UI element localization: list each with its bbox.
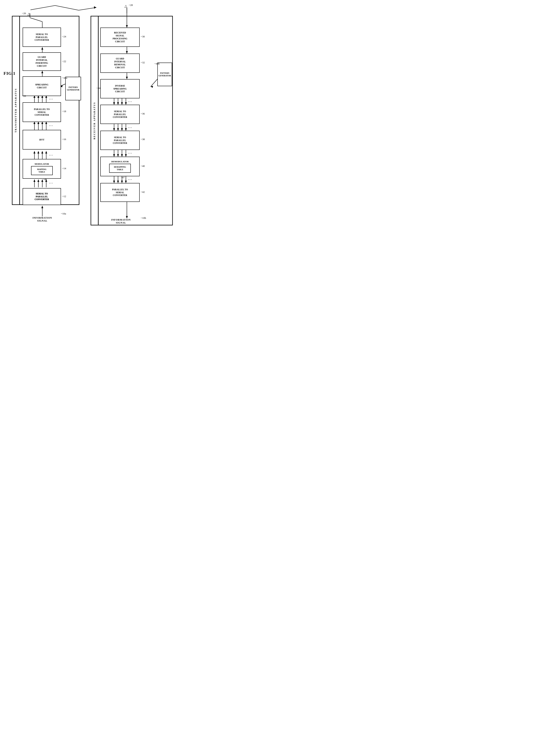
tx-antenna: △ — [27, 12, 30, 16]
svg-marker-77 — [125, 128, 127, 131]
svg-marker-23 — [37, 151, 39, 154]
svg-marker-10 — [41, 206, 43, 208]
tx-ref-12: ~12 — [62, 195, 66, 198]
svg-marker-48 — [41, 71, 43, 73]
svg-marker-73 — [117, 128, 119, 131]
svg-marker-12 — [34, 179, 35, 182]
svg-marker-93 — [121, 181, 123, 183]
parallel-to-serial-block: PARALLEL TO SERIAL CONVERTER — [23, 102, 61, 122]
rx-ref-38: ~38 — [141, 138, 145, 141]
svg-marker-25 — [41, 151, 43, 154]
svg-marker-91 — [117, 181, 119, 183]
inverse-spreading-block: INVERSE SPREADING CIRCUIT — [100, 79, 140, 98]
svg-marker-62 — [113, 102, 115, 105]
rx-antenna-ref: ~28 — [129, 3, 133, 7]
parallel-to-serial-rx-block: PARALLEL TO SERIAL CONVERTER — [100, 183, 140, 202]
svg-text:. . .: . . . — [128, 178, 132, 180]
fft-block: SERIAL TO PARALLEL CONVERTER — [100, 131, 140, 150]
svg-marker-68 — [125, 102, 127, 105]
svg-marker-95 — [125, 181, 127, 183]
svg-marker-82 — [117, 154, 119, 157]
rx-ref-36: ~36 — [141, 112, 145, 115]
svg-marker-56 — [126, 25, 128, 27]
rx-antenna: △ — [124, 4, 127, 8]
serial-to-parallel-tx-text: SERIAL TO PARALLEL CONVERTER — [23, 188, 61, 205]
transmitter-label: TRANSMITTER APPARATUS — [12, 16, 20, 205]
pattern-gen-rx-block: PATTERN GENERATOR — [157, 63, 172, 86]
svg-text:. . .: . . . — [49, 153, 53, 156]
svg-marker-71 — [113, 128, 115, 131]
mapping-table-block: MAPPING TABLE — [31, 166, 53, 175]
rx-ref-30: ~30 — [141, 35, 145, 38]
page: FIG.1 . . . — [0, 0, 177, 236]
svg-marker-27 — [45, 151, 47, 154]
svg-text:. . .: . . . — [49, 123, 53, 126]
rx-ref-42: ~42 — [141, 191, 145, 194]
rx-ref-44b: ~44b — [155, 62, 160, 65]
tx-ref-16: ~16 — [62, 138, 66, 141]
tx-ref-22: ~22 — [62, 60, 66, 63]
svg-marker-89 — [113, 181, 115, 183]
rx-info-signal: INFORMATION SIGNAL — [109, 218, 133, 224]
tx-ref-46: ~46 — [43, 178, 47, 181]
svg-marker-86 — [125, 154, 127, 157]
ifft-block: IFFT — [23, 130, 61, 150]
svg-text:. . .: . . . — [49, 181, 53, 184]
svg-marker-84 — [121, 154, 123, 157]
svg-marker-100 — [151, 86, 153, 88]
svg-text:. . .: . . . — [128, 100, 132, 102]
pattern-gen-tx-block: PATTERN GENERATOR — [65, 77, 81, 100]
tx-antenna-ref: ~26 — [22, 12, 26, 15]
tx-ref-14: ~14 — [62, 167, 66, 170]
spreading-circuit-block: SPREADING CIRCUIT — [23, 76, 61, 96]
svg-marker-14 — [37, 179, 39, 182]
svg-marker-50 — [41, 47, 43, 49]
rx-ref-40: ~40 — [141, 164, 145, 168]
guard-interval-removal-block: GUARD INTERVAL REMOVAL CIRCUIT — [100, 54, 140, 73]
svg-line-52 — [30, 18, 42, 22]
svg-line-1 — [31, 5, 55, 10]
svg-line-4 — [79, 7, 96, 10]
svg-marker-3 — [94, 6, 96, 9]
tx-ref-10a: ~10a — [61, 212, 66, 215]
tx-info-signal: INFORMATION SIGNAL — [31, 216, 54, 222]
rx-ref-32: ~32 — [141, 61, 145, 64]
guard-interval-inserting-block: GUARD INTERVAL INSERTING CIRCUIT — [23, 52, 61, 71]
rx-ref-47: ~47 — [121, 176, 125, 179]
tx-ref-18: ~18 — [62, 110, 66, 113]
demodulator-block: DEMODULATOR DEMAPPING TABLE — [100, 157, 140, 176]
svg-marker-21 — [34, 151, 35, 154]
svg-marker-80 — [113, 154, 115, 157]
rx-ref-34: ~34 — [96, 86, 100, 90]
received-signal-block: RECEIVED SIGNAL PROCESSING CIRCUIT — [100, 27, 140, 47]
svg-text:. . .: . . . — [128, 125, 132, 128]
receiver-label: RECEIVER APPARATUS — [91, 16, 98, 225]
svg-marker-75 — [121, 128, 123, 131]
svg-marker-58 — [126, 51, 128, 54]
tx-ref-24: ~24 — [62, 35, 66, 38]
svg-marker-60 — [126, 77, 128, 79]
demapping-table-block: DEMAPPING TABLE — [109, 164, 131, 173]
svg-line-2 — [55, 5, 79, 10]
serial-to-parallel-rx-block: SERIAL TO PARALLEL CONVERTER — [100, 105, 140, 124]
tx-ref-20: ~20 — [22, 95, 26, 98]
svg-marker-64 — [117, 102, 119, 105]
tx-ref-44a: ~44a — [62, 76, 67, 79]
svg-text:. . .: . . . — [49, 97, 53, 100]
rx-ref-10b: ~10b — [141, 216, 146, 220]
svg-text:. . .: . . . — [128, 151, 132, 154]
modulator-block: MODULATOR MAPPING TABLE — [23, 159, 61, 179]
svg-marker-66 — [121, 102, 123, 105]
transmission-signal-block: SERIAL TO PARALLEL CONVERTER — [23, 27, 61, 47]
svg-marker-98 — [126, 216, 128, 218]
